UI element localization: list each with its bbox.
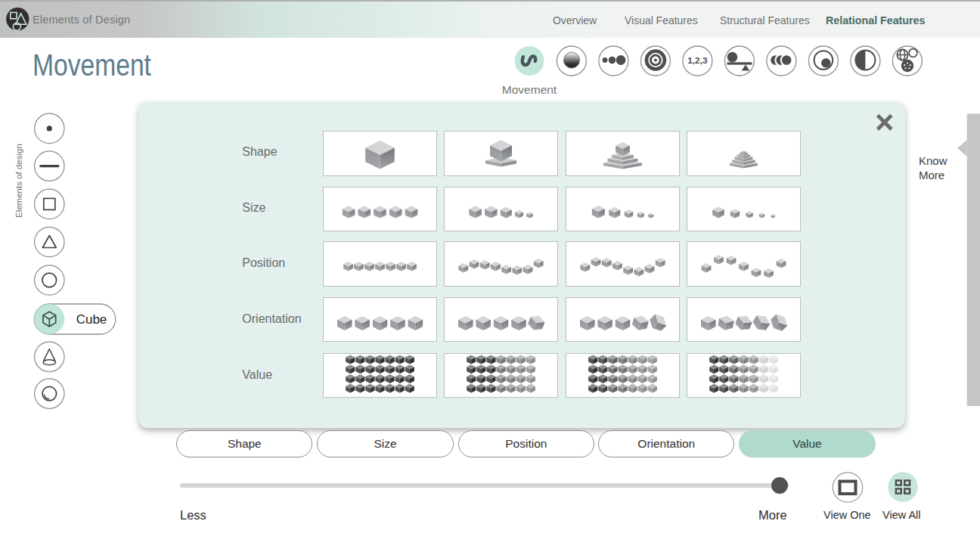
svg-text:1,2,3: 1,2,3 — [687, 55, 708, 66]
svg-text:Cube: Cube — [76, 312, 107, 327]
